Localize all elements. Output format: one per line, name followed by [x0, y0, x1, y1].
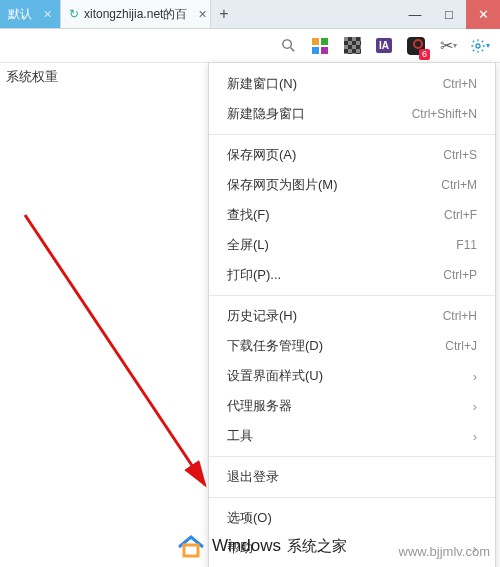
minimize-button[interactable]: — — [398, 0, 432, 29]
toolbar: IA 6 ✂▾ ▾ — [0, 29, 500, 63]
menu-item-label: 全屏(L) — [227, 236, 269, 254]
menu-item-11[interactable]: 设置界面样式(U)› — [209, 361, 495, 391]
search-icon[interactable] — [278, 36, 298, 56]
menu-shortcut: Ctrl+H — [443, 309, 477, 323]
menu-item-6[interactable]: 全屏(L)F11 — [209, 230, 495, 260]
tab-second[interactable]: ↻ xitongzhijia.net的百 ✕ — [61, 0, 211, 28]
svg-rect-4 — [184, 545, 198, 556]
menu-shortcut: F11 — [456, 238, 477, 252]
menu-item-label: 工具 — [227, 427, 253, 445]
scissors-icon[interactable]: ✂▾ — [438, 36, 458, 56]
menu-item-17[interactable]: 选项(O) — [209, 503, 495, 533]
ia-badge-icon[interactable]: IA — [374, 36, 394, 56]
menu-shortcut: Ctrl+N — [443, 77, 477, 91]
tab-label: 默认 — [8, 6, 32, 23]
svg-point-2 — [476, 44, 480, 48]
menu-separator — [209, 134, 495, 135]
tab-label: xitongzhijia.net的百 — [84, 6, 187, 23]
menu-item-label: 历史记录(H) — [227, 307, 297, 325]
sidebar-label: 系统权重 — [6, 68, 58, 86]
svg-point-0 — [282, 40, 291, 49]
settings-menu: 新建窗口(N)Ctrl+N新建隐身窗口Ctrl+Shift+N保存网页(A)Ct… — [208, 62, 496, 567]
menu-item-1[interactable]: 新建隐身窗口Ctrl+Shift+N — [209, 99, 495, 129]
menu-item-label: 退出登录 — [227, 468, 279, 486]
qr-code-icon[interactable] — [342, 36, 362, 56]
menu-item-5[interactable]: 查找(F)Ctrl+F — [209, 200, 495, 230]
menu-item-label: 新建隐身窗口 — [227, 105, 305, 123]
apps-grid-icon[interactable] — [310, 36, 330, 56]
menu-shortcut: Ctrl+F — [444, 208, 477, 222]
chevron-right-icon: › — [473, 399, 477, 414]
menu-item-label: 保存网页为图片(M) — [227, 176, 338, 194]
chevron-right-icon: › — [473, 369, 477, 384]
maximize-button[interactable]: □ — [432, 0, 466, 29]
menu-item-label: 代理服务器 — [227, 397, 292, 415]
menu-item-9[interactable]: 历史记录(H)Ctrl+H — [209, 301, 495, 331]
menu-separator — [209, 497, 495, 498]
window-controls: — □ ✕ — [398, 0, 500, 29]
new-tab-button[interactable]: + — [211, 0, 237, 28]
menu-separator — [209, 456, 495, 457]
chevron-right-icon: › — [473, 429, 477, 444]
menu-item-13[interactable]: 工具› — [209, 421, 495, 451]
menu-item-label: 下载任务管理(D) — [227, 337, 323, 355]
menu-item-10[interactable]: 下载任务管理(D)Ctrl+J — [209, 331, 495, 361]
menu-shortcut: Ctrl+P — [443, 268, 477, 282]
watermark-right: www.bjjmlv.com — [399, 544, 491, 559]
menu-item-label: 新建窗口(N) — [227, 75, 297, 93]
clipper-icon[interactable]: 6 — [406, 36, 426, 56]
menu-item-7[interactable]: 打印(P)...Ctrl+P — [209, 260, 495, 290]
settings-gear-icon[interactable]: ▾ — [470, 36, 490, 56]
svg-line-1 — [290, 48, 294, 52]
menu-item-12[interactable]: 代理服务器› — [209, 391, 495, 421]
menu-item-0[interactable]: 新建窗口(N)Ctrl+N — [209, 69, 495, 99]
menu-item-3[interactable]: 保存网页(A)Ctrl+S — [209, 140, 495, 170]
watermark-left: Windows系统之家 — [176, 533, 347, 559]
close-icon[interactable]: ✕ — [198, 8, 207, 21]
menu-item-label: 选项(O) — [227, 509, 272, 527]
menu-item-label: 打印(P)... — [227, 266, 281, 284]
menu-shortcut: Ctrl+S — [443, 148, 477, 162]
close-button[interactable]: ✕ — [466, 0, 500, 29]
menu-separator — [209, 295, 495, 296]
menu-item-4[interactable]: 保存网页为图片(M)Ctrl+M — [209, 170, 495, 200]
tab-active[interactable]: 默认 ✕ — [0, 0, 61, 28]
menu-shortcut: Ctrl+Shift+N — [412, 107, 477, 121]
menu-shortcut: Ctrl+J — [445, 339, 477, 353]
notification-badge: 6 — [419, 49, 430, 60]
menu-item-label: 保存网页(A) — [227, 146, 296, 164]
svg-line-3 — [25, 215, 205, 485]
menu-item-15[interactable]: 退出登录 — [209, 462, 495, 492]
annotation-arrow — [20, 210, 240, 530]
refresh-icon: ↻ — [69, 7, 79, 21]
menu-item-label: 设置界面样式(U) — [227, 367, 323, 385]
menu-shortcut: Ctrl+M — [441, 178, 477, 192]
menu-item-label: 查找(F) — [227, 206, 270, 224]
close-icon[interactable]: ✕ — [43, 8, 52, 21]
